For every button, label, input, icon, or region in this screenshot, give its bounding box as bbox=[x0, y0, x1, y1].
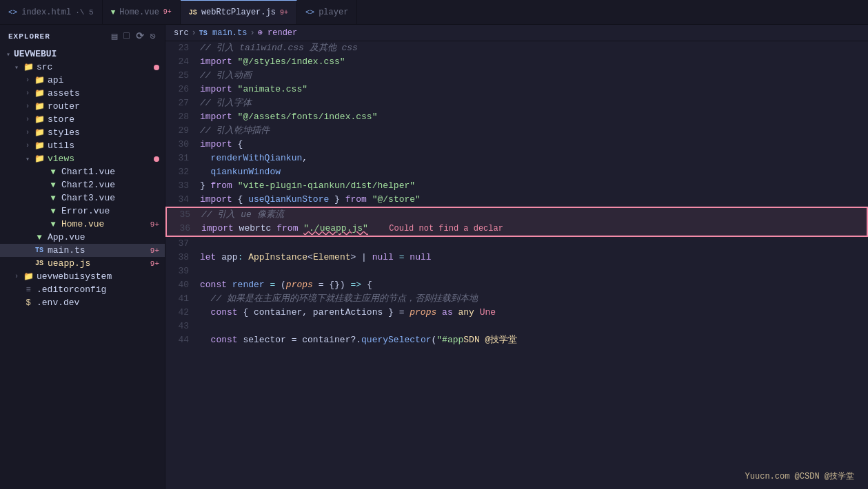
code-line-32: 32 qiankunWindow bbox=[165, 165, 868, 179]
breadcrumb-maints[interactable]: TS main.ts bbox=[199, 28, 248, 38]
views-arrow: ▾ bbox=[22, 155, 33, 163]
sidebar-item-error[interactable]: ▼ Error.vue bbox=[0, 205, 165, 218]
maints-label: main.ts bbox=[48, 245, 150, 256]
tab-home-vue[interactable]: ▼ Home.vue 9+ bbox=[103, 0, 181, 24]
sidebar-item-envdev[interactable]: $ .env.dev bbox=[0, 296, 165, 309]
maints-icon: TS bbox=[33, 247, 46, 254]
utils-folder-icon: 📁 bbox=[33, 141, 46, 151]
line-content-26: import "animate.css" bbox=[200, 83, 868, 96]
code-line-23: 23 // 引入 tailwind.css 及其他 css bbox=[165, 41, 868, 55]
js-icon: JS bbox=[189, 9, 197, 17]
line-number-24: 24 bbox=[165, 55, 200, 69]
sidebar-item-uevwebuisystem[interactable]: › 📁 uevwebuisystem bbox=[0, 270, 165, 283]
error-label: Error.vue bbox=[61, 206, 165, 216]
views-folder-icon: 📁 bbox=[33, 154, 46, 164]
editorconfig-icon: ≡ bbox=[22, 285, 34, 295]
code-line-27: 27 // 引入字体 bbox=[165, 96, 868, 110]
line-content-23: // 引入 tailwind.css 及其他 css bbox=[200, 41, 868, 55]
assets-folder-icon: 📁 bbox=[33, 88, 46, 98]
tab-label: Home.vue bbox=[119, 8, 159, 17]
chart3-icon: ▼ bbox=[47, 194, 59, 203]
refresh-icon[interactable]: ⟳ bbox=[136, 30, 145, 42]
line-number-40: 40 bbox=[165, 278, 200, 292]
sidebar-item-chart1[interactable]: ▼ Chart1.vue bbox=[0, 165, 165, 178]
src-label: src bbox=[37, 62, 154, 72]
src-folder-icon: 📁 bbox=[22, 62, 34, 72]
tab-label: webRtcPlayer.js bbox=[201, 8, 276, 17]
sidebar-item-chart2[interactable]: ▼ Chart2.vue bbox=[0, 178, 165, 191]
line-number-25: 25 bbox=[165, 69, 200, 83]
tab-index-html[interactable]: <> index.html ·\ 5 bbox=[0, 0, 103, 24]
ueappjs-icon: JS bbox=[33, 260, 46, 267]
sidebar-item-store[interactable]: › 📁 store bbox=[0, 113, 165, 126]
breadcrumb-src[interactable]: src bbox=[174, 28, 189, 38]
utils-arrow: › bbox=[22, 142, 33, 149]
code-line-29: 29 // 引入乾坤插件 bbox=[165, 124, 868, 138]
sidebar-item-api[interactable]: › 📁 api bbox=[0, 74, 165, 87]
html-icon: <> bbox=[8, 8, 17, 17]
sidebar-item-ueappjs[interactable]: JS ueapp.js 9+ bbox=[0, 257, 165, 270]
src-arrow: ▾ bbox=[11, 63, 22, 72]
line-content-34: import { useQianKunStore } from "@/store… bbox=[200, 193, 868, 207]
sidebar-item-uevwebui[interactable]: ▾ UEVWEBUI bbox=[0, 48, 165, 61]
styles-label: styles bbox=[48, 127, 165, 138]
sidebar-item-views[interactable]: ▾ 📁 views bbox=[0, 152, 165, 165]
sidebar-item-maints[interactable]: TS main.ts 9+ bbox=[0, 244, 165, 257]
sidebar-title: EXPLORER bbox=[8, 32, 50, 41]
line-content-25: // 引入动画 bbox=[200, 69, 868, 83]
home-icon: ▼ bbox=[47, 220, 59, 229]
router-arrow: › bbox=[22, 103, 33, 110]
sidebar: EXPLORER ▤ □ ⟳ ⎋ ▾ UEVWEBUI ▾ 📁 src › 📁 … bbox=[0, 25, 165, 489]
code-line-43: 43 bbox=[165, 320, 868, 333]
vue-icon: ▼ bbox=[111, 8, 116, 17]
code-line-44: 44 const selector = container?.querySele… bbox=[165, 333, 868, 347]
assets-arrow: › bbox=[22, 90, 33, 97]
line-number-28: 28 bbox=[165, 110, 200, 124]
breadcrumb-sep2: › bbox=[250, 28, 254, 38]
line-content-30: import { bbox=[200, 138, 868, 152]
code-line-30: 30 import { bbox=[165, 138, 868, 152]
sidebar-item-assets[interactable]: › 📁 assets bbox=[0, 87, 165, 100]
line-content-28: import "@/assets/fonts/index.css" bbox=[200, 110, 868, 124]
error-icon: ▼ bbox=[47, 207, 59, 216]
code-line-24: 24 import "@/styles/index.css" bbox=[165, 55, 868, 69]
collapse-icon[interactable]: ⎋ bbox=[150, 30, 157, 42]
watermark: Yuucn.com @CSDN @技学堂 bbox=[745, 470, 854, 482]
tab-player[interactable]: <> player bbox=[297, 0, 357, 24]
line-content-24: import "@/styles/index.css" bbox=[200, 55, 868, 69]
sidebar-item-app[interactable]: ▼ App.vue bbox=[0, 231, 165, 244]
tab-modified-badge: 9+ bbox=[280, 9, 288, 17]
router-label: router bbox=[48, 101, 165, 112]
sidebar-item-router[interactable]: › 📁 router bbox=[0, 100, 165, 113]
breadcrumb-render[interactable]: ⊕ render bbox=[258, 28, 298, 38]
line-number-35: 35 bbox=[167, 208, 201, 222]
line-number-27: 27 bbox=[165, 96, 200, 110]
code-line-26: 26 import "animate.css" bbox=[165, 83, 868, 96]
new-folder-icon[interactable]: □ bbox=[123, 30, 130, 42]
sidebar-item-src[interactable]: ▾ 📁 src bbox=[0, 61, 165, 74]
main-layout: EXPLORER ▤ □ ⟳ ⎋ ▾ UEVWEBUI ▾ 📁 src › 📁 … bbox=[0, 25, 868, 489]
new-file-icon[interactable]: ▤ bbox=[112, 30, 118, 42]
code-line-33: 33 } from "vite-plugin-qiankun/dist/help… bbox=[165, 179, 868, 193]
code-line-39: 39 bbox=[165, 264, 868, 278]
line-number-39: 39 bbox=[165, 264, 200, 278]
sidebar-item-utils[interactable]: › 📁 utils bbox=[0, 139, 165, 152]
collapse-arrow: ▾ bbox=[3, 50, 14, 59]
line-number-30: 30 bbox=[165, 138, 200, 152]
line-content-41: // 如果是在主应用的环境下就挂载主应用的节点，否则挂载到本地 bbox=[200, 292, 868, 306]
line-number-32: 32 bbox=[165, 165, 200, 179]
tab-webrtcplayer[interactable]: JS webRtcPlayer.js 9+ bbox=[181, 0, 297, 24]
line-content-44: const selector = container?.querySelecto… bbox=[200, 333, 868, 347]
app-label: App.vue bbox=[48, 232, 165, 242]
tab-bar: <> index.html ·\ 5 ▼ Home.vue 9+ JS webR… bbox=[0, 0, 868, 25]
sidebar-item-home[interactable]: ▼ Home.vue 9+ bbox=[0, 218, 165, 231]
editor-content[interactable]: 23 // 引入 tailwind.css 及其他 css 24 import … bbox=[165, 41, 868, 489]
line-content-42: const { container, parentActions } = pro… bbox=[200, 306, 868, 320]
home-badge: 9+ bbox=[150, 220, 159, 229]
line-content-40: const render = (props = {}) => { bbox=[200, 278, 868, 292]
sidebar-item-chart3[interactable]: ▼ Chart3.vue bbox=[0, 191, 165, 205]
sidebar-item-editorconfig[interactable]: ≡ .editorconfig bbox=[0, 283, 165, 296]
line-content-33: } from "vite-plugin-qiankun/dist/helper" bbox=[200, 179, 868, 193]
code-line-28: 28 import "@/assets/fonts/index.css" bbox=[165, 110, 868, 124]
sidebar-item-styles[interactable]: › 📁 styles bbox=[0, 126, 165, 139]
